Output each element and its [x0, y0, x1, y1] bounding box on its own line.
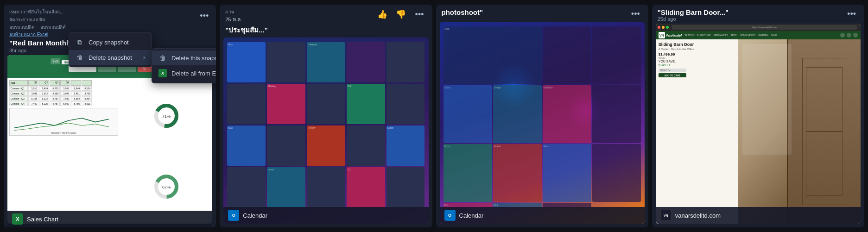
copy-snapshot-label: Copy snapshot	[89, 39, 129, 46]
delete-this-icon: 🗑	[158, 54, 167, 62]
excel-app-label: Sales Chart	[27, 216, 58, 223]
delete-this-snapshot-item[interactable]: 🗑 Delete this snapshot	[152, 50, 216, 65]
excel-icon: X	[12, 213, 23, 225]
delete-snapshot-label: Delete snapshot	[89, 54, 132, 61]
card-more-btn-excel[interactable]: •••	[197, 10, 211, 22]
calendar-label-2: Calendar	[243, 212, 267, 219]
card2-date: 25 ห.ค.	[225, 15, 268, 24]
web-app-label: vanarsdelltd.com	[675, 212, 721, 219]
card-calendar-2: ภาพ 25 ห.ค. "ประชุมสัม..." 👍 👎 ••• Mon C…	[220, 5, 432, 227]
card-footer-excel: X Sales Chart	[7, 211, 212, 227]
card2-thumb: Mon Calendar Meeting Call Task Review Sp…	[223, 38, 428, 224]
delete-all-excel-label: Delete all from Excel	[171, 70, 216, 77]
card-extra-label2: อบรมแบปลิค	[9, 24, 35, 31]
cards-container: เรคดาวาทีสีนไปโรเนลีสล... จัดกระจายแบปลิ…	[0, 0, 868, 232]
delete-icon: 🗑	[76, 54, 84, 61]
outlook-icon-3: O	[444, 210, 456, 221]
web-icon: VN	[660, 210, 672, 221]
thumbs-down-btn[interactable]: 👎	[394, 8, 408, 20]
card-web: "Sliding Barn Door..." 25d ago ••• https…	[652, 5, 864, 227]
card2-subtitle-top: ภาพ	[225, 8, 268, 15]
card3-title: photoshoot"	[442, 8, 483, 16]
card4-more-btn[interactable]: •••	[844, 8, 859, 20]
card-extra-link[interactable]: จบท้ายหมาก Excel	[9, 31, 66, 38]
outlook-icon-2: O	[228, 210, 239, 221]
thumbs-up-btn[interactable]: 👍	[375, 8, 389, 20]
card2-title: "ประชุมสัม..."	[225, 25, 268, 36]
card2-more-btn[interactable]: •••	[412, 9, 427, 20]
card-extra-label3: อบรมแบปลิค้	[40, 24, 66, 31]
card4-title: "Sliding Barn Door..."	[658, 8, 729, 16]
submenu-arrow: ›	[143, 54, 145, 61]
copy-icon: ⧉	[76, 38, 84, 46]
delete-all-excel-item[interactable]: X Delete all from Excel	[152, 65, 216, 81]
calendar-label-3: Calendar	[459, 212, 484, 219]
delete-submenu: 🗑 Delete this snapshot X Delete all from…	[152, 48, 216, 83]
svg-text:67%: 67%	[162, 185, 171, 189]
card3-thumb: Task Stand Design Red Barn Photo Kickoff…	[440, 22, 645, 224]
context-menu: ⧉ Copy snapshot 🗑 Delete snapshot › 🗑 De…	[69, 32, 152, 67]
card-extra-label1: จัดกระจายแบปลิค	[9, 16, 66, 23]
card-subtitle-excel: เรคดาวาทีสีนไปโรเนลีสล...	[9, 8, 210, 15]
delete-snapshot-item[interactable]: 🗑 Delete snapshot › 🗑 Delete this snapsh…	[69, 50, 152, 65]
copy-snapshot-item[interactable]: ⧉ Copy snapshot	[69, 35, 152, 50]
excel-delete-icon: X	[158, 69, 167, 77]
delete-this-snapshot-label: Delete this snapshot	[171, 55, 216, 62]
card-calendar-3: photoshoot" ••• Task Stand Design Red Ba…	[436, 5, 648, 227]
card-excel: เรคดาวาทีสีนไปโรเนลีสล... จัดกระจายแบปลิ…	[4, 5, 216, 227]
card4-time: 25d ago	[658, 16, 729, 22]
svg-text:71%: 71%	[162, 114, 171, 119]
card4-thumb: https://vanarsdelltd.com VN VanArsdel SE…	[656, 24, 861, 224]
card3-more-btn[interactable]: •••	[628, 8, 643, 20]
